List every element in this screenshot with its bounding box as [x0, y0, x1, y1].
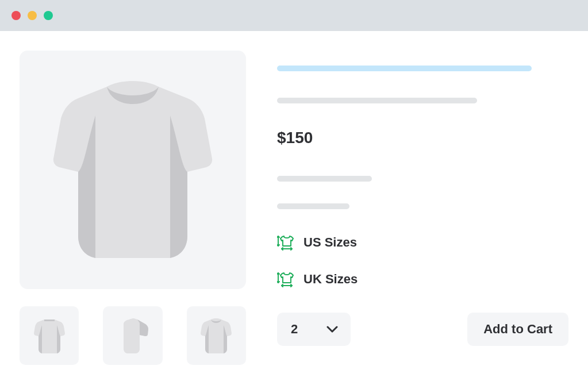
- tshirt-back-icon: [33, 317, 66, 354]
- window-fullscreen-dot[interactable]: [44, 11, 53, 20]
- product-main-image[interactable]: [20, 51, 246, 289]
- tshirt-front-icon: [52, 75, 213, 265]
- window-minimize-dot[interactable]: [28, 11, 37, 20]
- size-option-uk[interactable]: UK Sizes: [277, 271, 568, 287]
- window-titlebar: [0, 0, 588, 31]
- window-close-dot[interactable]: [11, 11, 21, 20]
- thumbnail-1[interactable]: [20, 306, 79, 365]
- title-placeholder: [277, 66, 532, 71]
- product-thumbnails: [20, 306, 246, 365]
- size-option-uk-label: UK Sizes: [303, 272, 358, 287]
- thumbnail-2[interactable]: [103, 306, 162, 365]
- thumbnail-3[interactable]: [187, 306, 246, 365]
- add-to-cart-button[interactable]: Add to Cart: [467, 313, 568, 346]
- size-shirt-icon: [277, 271, 294, 287]
- desc-placeholder-2: [277, 203, 349, 209]
- tshirt-front-small-icon: [200, 317, 232, 354]
- quantity-value: 2: [291, 322, 298, 337]
- size-option-us[interactable]: US Sizes: [277, 234, 568, 251]
- desc-placeholder-1: [277, 176, 372, 182]
- quantity-select[interactable]: 2: [277, 313, 351, 346]
- size-option-us-label: US Sizes: [303, 235, 357, 250]
- details-column: $150 US Sizes: [277, 51, 568, 365]
- size-shirt-icon: [277, 234, 294, 251]
- product-page: $150 US Sizes: [0, 31, 588, 365]
- subtitle-placeholder: [277, 98, 477, 103]
- tshirt-side-icon: [117, 317, 149, 354]
- product-price: $150: [277, 129, 568, 147]
- purchase-row: 2 Add to Cart: [277, 313, 568, 346]
- gallery-column: [20, 51, 246, 365]
- chevron-down-icon: [326, 326, 338, 333]
